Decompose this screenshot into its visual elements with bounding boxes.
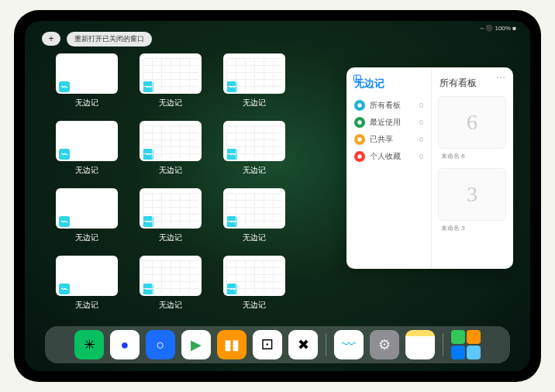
thumbnail-label: 无边记 [75, 300, 98, 311]
window-thumbnail[interactable]: 无边记 [56, 121, 118, 176]
svg-point-2 [357, 103, 361, 107]
window-thumbnail[interactable]: 无边记 [140, 53, 202, 108]
freeform-app-icon [59, 216, 70, 227]
thumbnail-label: 无边记 [243, 232, 266, 243]
sidebar-item-count: 0 [419, 119, 423, 126]
thumbnail-preview [56, 53, 118, 94]
panel-content: 所有看板 6未命名 63未命名 3 [432, 67, 513, 269]
thumbnail-label: 无边记 [159, 98, 182, 108]
sidebar-item-label: 个人收藏 [370, 151, 401, 162]
svg-point-4 [357, 137, 361, 141]
thumbnail-preview [56, 121, 118, 161]
thumbnail-label: 无边记 [75, 165, 98, 176]
window-thumbnail[interactable]: 无边记 [56, 188, 118, 243]
reopen-closed-window-button[interactable]: 重新打开已关闭的窗口 [67, 32, 152, 46]
panel-icon [353, 74, 362, 83]
dock-icon-connect[interactable]: ✖ [288, 330, 318, 359]
freeform-app-icon [59, 284, 70, 294]
window-grid: 无边记无边记无边记无边记无边记无边记无边记无边记无边记无边记无边记无边记 [56, 53, 335, 311]
window-thumbnail[interactable]: 无边记 [140, 188, 202, 243]
board-thumbnail[interactable]: 6 [438, 96, 506, 149]
window-thumbnail[interactable]: 无边记 [56, 256, 118, 311]
thumbnail-label: 无边记 [159, 165, 182, 176]
sidebar-item-count: 0 [419, 136, 423, 143]
sidebar-item-icon [354, 151, 365, 162]
freeform-app-icon [59, 149, 70, 160]
dock-icon-freeform[interactable]: 〰 [334, 330, 364, 359]
sidebar-item[interactable]: 最近使用0 [353, 114, 425, 131]
board-label: 未命名 3 [441, 224, 507, 232]
sidebar-item-count: 0 [419, 153, 423, 160]
panel-title: 无边记 [354, 77, 425, 91]
window-thumbnail[interactable]: 无边记 [140, 121, 202, 176]
thumbnail-preview [140, 188, 202, 229]
thumbnail-preview [223, 256, 285, 296]
sidebar-item-label: 已共享 [370, 134, 393, 145]
window-thumbnail[interactable]: 无边记 [223, 188, 285, 243]
svg-point-5 [357, 154, 361, 158]
thumbnail-label: 无边记 [75, 232, 98, 243]
more-icon[interactable]: ⋯ [496, 72, 505, 83]
freeform-app-icon [226, 284, 237, 294]
thumbnail-preview [140, 121, 202, 161]
thumbnail-preview [223, 53, 285, 94]
thumbnail-label: 无边记 [159, 232, 182, 243]
freeform-app-icon [143, 284, 153, 294]
sidebar-item-count: 0 [419, 101, 423, 109]
window-thumbnail[interactable]: 无边记 [223, 121, 285, 176]
thumbnail-preview [223, 121, 285, 161]
freeform-app-icon [226, 149, 237, 160]
dock-icon-app-blue-circle[interactable]: ● [110, 330, 140, 359]
dock-icon-books[interactable]: ▮▮ [217, 330, 246, 359]
window-thumbnail[interactable]: 无边记 [223, 53, 285, 108]
freeform-app-icon [226, 216, 237, 227]
freeform-app-icon [143, 216, 153, 227]
sidebar-item[interactable]: 已共享0 [353, 131, 425, 148]
dock-icon-play-store[interactable]: ▶ [181, 330, 211, 359]
svg-rect-0 [354, 75, 361, 81]
thumbnail-label: 无边记 [243, 98, 266, 108]
thumbnail-label: 无边记 [75, 98, 98, 108]
thumbnail-preview [56, 188, 118, 229]
thumbnail-label: 无边记 [243, 165, 266, 176]
window-thumbnail[interactable]: 无边记 [56, 53, 118, 108]
sidebar-item-icon [354, 134, 365, 145]
freeform-sidepanel[interactable]: ⋯ 无边记 所有看板0最近使用0已共享0个人收藏0 所有看板 6未命名 63未命… [346, 67, 513, 269]
freeform-app-icon [143, 81, 153, 92]
thumbnail-preview [140, 53, 202, 94]
thumbnail-preview [56, 256, 118, 296]
freeform-app-icon [59, 81, 70, 92]
dock-icon-settings[interactable]: ⚙ [370, 330, 399, 359]
sidebar-item-label: 所有看板 [370, 100, 401, 111]
sidebar-item-icon [354, 100, 365, 111]
dock-icon-browser[interactable]: ○ [146, 330, 175, 359]
dock-icon-notes[interactable] [405, 330, 435, 359]
status-bar: ～⚫ 100% ■ [479, 24, 516, 33]
screen: ～⚫ 100% ■ + 重新打开已关闭的窗口 无边记无边记无边记无边记无边记无边… [25, 21, 530, 371]
svg-point-3 [357, 120, 361, 124]
dock: ✳●○▶▮▮⚀✖〰⚙ [45, 326, 510, 363]
sidebar-item-icon [354, 117, 365, 128]
dock-separator [326, 333, 326, 356]
thumbnail-preview [223, 188, 285, 229]
ipad-device: ～⚫ 100% ■ + 重新打开已关闭的窗口 无边记无边记无边记无边记无边记无边… [14, 10, 541, 382]
sidebar-item[interactable]: 所有看板0 [353, 97, 425, 114]
sidebar-item-label: 最近使用 [370, 117, 401, 128]
thumbnail-preview [140, 256, 202, 296]
window-thumbnail[interactable]: 无边记 [223, 256, 285, 311]
freeform-app-icon [143, 149, 153, 160]
dock-icon-wechat[interactable]: ✳ [74, 330, 104, 359]
freeform-app-icon [226, 81, 237, 92]
sidebar-item[interactable]: 个人收藏0 [353, 148, 425, 165]
dock-separator [443, 333, 443, 356]
board-thumbnail[interactable]: 3 [438, 168, 506, 221]
new-window-button[interactable]: + [42, 32, 60, 46]
thumbnail-label: 无边记 [159, 300, 182, 311]
window-thumbnail[interactable]: 无边记 [140, 256, 202, 311]
panel-sidebar: 无边记 所有看板0最近使用0已共享0个人收藏0 [346, 67, 432, 269]
thumbnail-label: 无边记 [243, 300, 266, 311]
dock-app-library[interactable] [451, 330, 481, 359]
dock-icon-dice[interactable]: ⚀ [253, 330, 282, 359]
board-label: 未命名 6 [441, 152, 507, 160]
